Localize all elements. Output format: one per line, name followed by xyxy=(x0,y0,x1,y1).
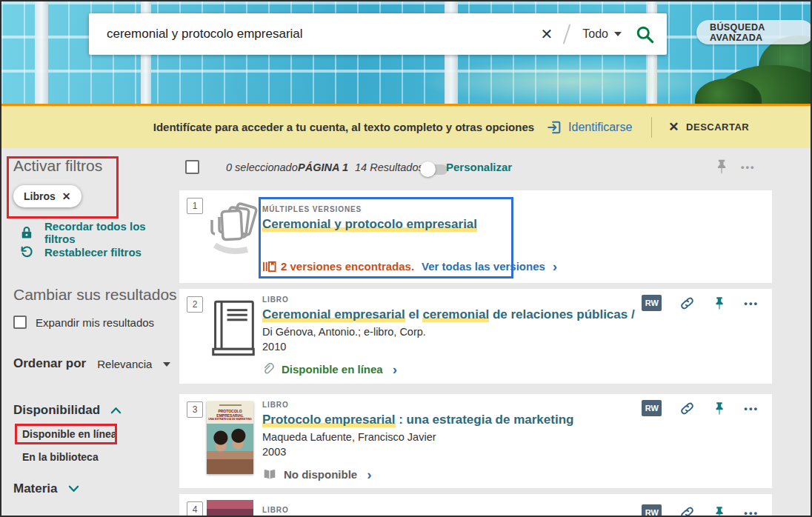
more-options-icon[interactable]: ••• xyxy=(741,161,756,173)
more-actions-icon[interactable]: ••• xyxy=(744,403,759,414)
expand-results-label: Expandir mis resultados xyxy=(36,316,154,329)
cover-subtitle: UNA ESTRATEGIA DE MARKETING xyxy=(207,418,253,421)
book-cover-thumbnail[interactable] xyxy=(207,500,253,517)
chevron-right-icon: › xyxy=(393,362,397,376)
versions-link-row[interactable]: 2 versiones encontradas. Ver todas las v… xyxy=(262,259,557,273)
banner-message: Identifícate para acceder a tu cuenta, a… xyxy=(153,121,534,133)
record-actions: RW ••• xyxy=(642,295,759,311)
sign-in-link[interactable]: Identificarse xyxy=(546,119,632,136)
availability-link[interactable]: No disponible › xyxy=(262,467,661,481)
search-input[interactable]: ceremonial y protocolo empresarial xyxy=(107,27,535,41)
close-icon: ✕ xyxy=(668,119,679,135)
filter-chip-libros[interactable]: Libros ✕ xyxy=(13,185,81,207)
tweak-results-title: Cambiar sus resultados xyxy=(13,286,177,304)
record-actions: RW ••• xyxy=(642,504,759,517)
record-summary: LIBRO Protocolo empresarial : una estrat… xyxy=(262,401,661,481)
highlighted-term: Ceremonial empresarial xyxy=(262,307,405,322)
availability-link[interactable]: Disponible en línea › xyxy=(262,362,661,376)
book-cover xyxy=(207,500,253,517)
sign-in-label: Identificarse xyxy=(568,121,632,134)
resource-badge[interactable]: RW xyxy=(642,295,662,311)
record-year: 2010 xyxy=(262,341,661,353)
record-actions: RW ••• xyxy=(642,400,759,416)
permalink-icon[interactable] xyxy=(679,401,695,416)
pin-record-icon[interactable] xyxy=(713,401,726,416)
result-number: 4 xyxy=(187,501,203,517)
record-title-link[interactable]: Ceremonial empresarial el ceremonial de … xyxy=(262,307,661,322)
subject-title: Materia xyxy=(13,481,58,496)
cover-illustration xyxy=(207,424,253,474)
lock-icon xyxy=(19,225,34,241)
subject-section-header[interactable]: Materia xyxy=(13,481,79,496)
chevron-up-icon xyxy=(110,407,122,414)
remove-filter-icon[interactable]: ✕ xyxy=(62,190,71,202)
pin-results-icon[interactable] xyxy=(714,159,729,175)
book-thumbnail[interactable] xyxy=(210,298,256,359)
record-author: Di Génova, Antonio.; e-libro, Corp. xyxy=(262,326,661,338)
reset-icon xyxy=(19,244,34,259)
highlighted-term: Protocolo empresarial xyxy=(262,413,396,427)
reset-filters-link[interactable]: Restablecer filtros xyxy=(19,244,142,259)
availability-section-header[interactable]: Disponibilidad xyxy=(13,403,122,418)
dismiss-banner-button[interactable]: ✕ DESCARTAR xyxy=(668,119,749,135)
permalink-icon[interactable] xyxy=(679,296,695,311)
chevron-right-icon: › xyxy=(367,467,371,481)
pin-record-icon[interactable] xyxy=(713,296,726,311)
select-all-checkbox[interactable] xyxy=(185,160,199,174)
search-bar: ceremonial y protocolo empresarial ✕ Tod… xyxy=(89,13,667,55)
availability-title: Disponibilidad xyxy=(13,403,100,418)
title-text: el xyxy=(405,307,423,321)
filter-chip-label: Libros xyxy=(24,190,56,202)
open-book-icon xyxy=(262,469,277,480)
result-row-3: 3 PROTOCOLO EMPRESARIAL UNA ESTRATEGIA D… xyxy=(179,394,772,488)
record-type-label: MÚLTIPLES VERSIONES xyxy=(262,205,661,213)
sort-by-dropdown[interactable]: Relevancia xyxy=(97,358,152,370)
selected-count: 0 seleccionado xyxy=(226,161,298,173)
result-row-1: 1 MÚLTIPLES VERSIONES Ceremonial y proto… xyxy=(179,190,772,283)
advanced-search-button[interactable]: BÚSQUEDA AVANZADA xyxy=(696,20,812,44)
resource-badge[interactable]: RW xyxy=(642,504,662,517)
expand-results-checkbox[interactable] xyxy=(13,316,27,329)
record-type-label: LIBRO xyxy=(262,506,661,514)
facet-available-online[interactable]: Disponible en línea xyxy=(22,428,117,440)
result-number: 3 xyxy=(187,401,203,418)
divider xyxy=(651,117,652,138)
clear-search-icon[interactable]: ✕ xyxy=(535,25,559,43)
record-author: Maqueda Lafuente, Francisco Javier xyxy=(262,431,661,443)
multiple-versions-thumbnail[interactable] xyxy=(204,199,262,267)
remember-filters-link[interactable]: Recordar todos los filtros xyxy=(19,220,179,245)
reset-filters-label: Restablecer filtros xyxy=(44,246,142,258)
sort-by-label: Ordenar por xyxy=(13,356,86,371)
pin-record-icon[interactable] xyxy=(713,505,726,517)
personalize-label[interactable]: Personalizar xyxy=(446,161,512,173)
personalize-toggle[interactable] xyxy=(422,164,447,175)
see-all-versions-link[interactable]: Ver todas las versiones xyxy=(422,260,545,273)
more-actions-icon[interactable]: ••• xyxy=(744,298,759,309)
facet-in-library[interactable]: En la biblioteca xyxy=(22,451,99,463)
record-type-label: LIBRO xyxy=(262,296,661,304)
active-filters-title: Activar filtros xyxy=(13,157,102,175)
title-text: : una estrategia de marketing xyxy=(396,413,574,427)
permalink-icon[interactable] xyxy=(679,505,695,517)
glass-reflection xyxy=(416,59,728,104)
record-title-link[interactable]: Ceremonial y protocolo empresarial xyxy=(262,216,661,232)
results-count: 14 Resultados xyxy=(355,161,424,173)
chevron-down-icon xyxy=(614,32,622,36)
more-actions-icon[interactable]: ••• xyxy=(744,507,759,517)
divider xyxy=(563,24,571,44)
search-scope-dropdown[interactable]: Todo xyxy=(582,27,608,41)
sign-in-icon xyxy=(546,119,562,136)
cover-title: PROTOCOLO EMPRESARIAL xyxy=(207,409,253,418)
toggle-knob xyxy=(420,161,436,177)
versions-icon xyxy=(262,259,276,273)
book-cover-thumbnail[interactable]: PROTOCOLO EMPRESARIAL UNA ESTRATEGIA DE … xyxy=(207,401,253,474)
title-text: de relaciones públicas / xyxy=(489,307,635,321)
record-title-link[interactable]: Protocolo empresarial : una estrategia d… xyxy=(262,412,661,427)
header-photo: ceremonial y protocolo empresarial ✕ Tod… xyxy=(1,1,812,104)
resource-badge[interactable]: RW xyxy=(642,400,662,416)
record-summary: MÚLTIPLES VERSIONES Ceremonial y protoco… xyxy=(262,205,661,232)
search-icon[interactable] xyxy=(635,24,655,44)
results-area: 0 seleccionado PÁGINA 1 14 Resultados Pe… xyxy=(179,148,811,516)
record-type-label: LIBRO xyxy=(262,401,661,409)
versions-found-text: 2 versiones encontradas. xyxy=(281,260,414,273)
